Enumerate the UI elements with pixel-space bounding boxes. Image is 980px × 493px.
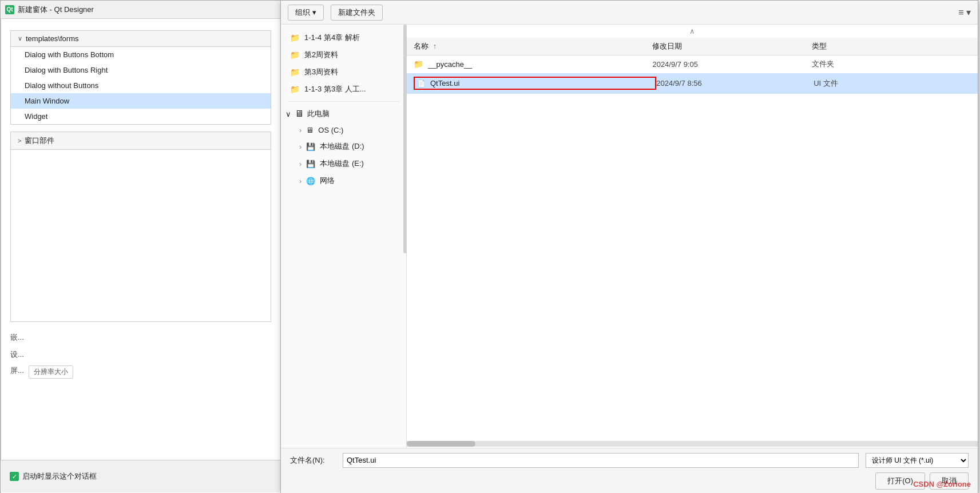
new-folder-button[interactable]: 新建文件夹 [331, 5, 383, 21]
scroll-up-hint: ∧ [407, 25, 978, 38]
show-on-startup-checkbox-group[interactable]: ✓ 启动时显示这个对话框 [10, 471, 299, 482]
drive-e-icon: 💾 [306, 160, 315, 168]
widget-header[interactable]: > 窗口部件 [11, 132, 271, 150]
network-icon: 🌐 [306, 177, 315, 185]
file-date-pycache: 2024/9/7 9:05 [652, 60, 811, 69]
file-row-pycache[interactable]: 📁 __pycache__ 2024/9/7 9:05 文件夹 [407, 55, 978, 73]
file-dialog: 组织 ▾ 新建文件夹 ≡ ▾ 📁 1-1-4 第4章 解析 📁 第2周资料 📁 … [280, 0, 978, 493]
file-dialog-body: 📁 1-1-4 第4章 解析 📁 第2周资料 📁 第3周资料 📁 1-1-3 第… [281, 25, 978, 448]
file-main-area: ∧ 名称 ↑ 修改日期 类型 📁 [407, 25, 978, 448]
new-window-panel: ∨ templates\forms Dialog with Buttons Bo… [1, 19, 281, 493]
sidebar-network[interactable]: › 🌐 网络 [281, 172, 406, 189]
drive-c-icon: 🖥 [306, 126, 314, 134]
window-title: 新建窗体 - Qt Designer [18, 5, 94, 15]
file-name-qttest: 📄 QtTest.ui [414, 77, 656, 90]
filename-label: 文件名(N): [290, 455, 336, 466]
horizontal-scrollbar[interactable] [407, 441, 978, 447]
sidebar-folder-week2[interactable]: 📁 第2周资料 [281, 46, 406, 63]
sidebar-folder-1-1-4[interactable]: 📁 1-1-4 第4章 解析 [281, 29, 406, 46]
template-header-label: templates\forms [26, 34, 78, 43]
partial-screen-row: 屏... 分辨率大小 [1, 363, 280, 381]
expand-arrow-d: › [299, 142, 301, 151]
scrollbar-track[interactable] [403, 25, 407, 253]
filetype-select[interactable]: 设计师 UI 文件 (*.ui) [866, 453, 969, 468]
file-type-pycache: 文件夹 [812, 59, 971, 69]
footer-filename-row: 文件名(N): 设计师 UI 文件 (*.ui) [290, 453, 969, 468]
widget-collapse-arrow: > [18, 137, 21, 144]
file-table-body: 📁 __pycache__ 2024/9/7 9:05 文件夹 📄 QtTest… [407, 55, 978, 440]
file-table-header: 名称 ↑ 修改日期 类型 [407, 38, 978, 55]
template-item-widget[interactable]: Widget [11, 109, 271, 124]
widget-header-label: 窗口部件 [25, 136, 54, 146]
template-item-dialog-without-buttons[interactable]: Dialog without Buttons [11, 78, 271, 93]
template-collapse-arrow: ∨ [18, 35, 22, 42]
folder-icon-pycache: 📁 [414, 59, 423, 69]
folder-icon: 📁 [290, 33, 300, 42]
this-computer-section[interactable]: ∨ 🖥 此电脑 [281, 105, 406, 122]
col-header-date[interactable]: 修改日期 [652, 41, 811, 51]
template-item-main-window[interactable]: Main Window [11, 93, 271, 109]
folder-icon: 📁 [290, 50, 300, 59]
sidebar-drive-e[interactable]: › 💾 本地磁盘 (E:) [281, 155, 406, 172]
sidebar-drive-c[interactable]: › 🖥 OS (C:) [281, 122, 406, 138]
folder-icon: 📁 [290, 67, 300, 77]
expand-arrow-c: › [299, 126, 301, 134]
scrollbar-thumb[interactable] [407, 441, 475, 447]
organize-button[interactable]: 组织 ▾ [288, 5, 324, 21]
drive-d-icon: 💾 [306, 142, 315, 151]
widget-preview-area [11, 150, 271, 321]
template-header[interactable]: ∨ templates\forms [11, 31, 271, 47]
file-row-qttest[interactable]: 📄 QtTest.ui 2024/9/7 8:56 UI 文件 [407, 73, 978, 94]
file-dialog-toolbar: 组织 ▾ 新建文件夹 ≡ ▾ [281, 1, 978, 25]
footer-buttons-row: 打开(O) 取消 [290, 472, 969, 490]
sidebar-separator [288, 101, 399, 102]
col-header-name[interactable]: 名称 ↑ [414, 41, 652, 51]
file-sidebar: 📁 1-1-4 第4章 解析 📁 第2周资料 📁 第3周资料 📁 1-1-3 第… [281, 25, 407, 448]
widget-section: > 窗口部件 [10, 132, 271, 322]
file-date-qttest: 2024/9/7 8:56 [656, 79, 814, 88]
expand-arrow-e: › [299, 160, 301, 168]
partial-input[interactable]: 分辨率大小 [29, 365, 73, 379]
template-item-dialog-buttons-bottom[interactable]: Dialog with Buttons Bottom [11, 47, 271, 62]
file-dialog-footer: 文件名(N): 设计师 UI 文件 (*.ui) 打开(O) 取消 [281, 448, 978, 493]
menu-icon[interactable]: ≡ ▾ [958, 7, 971, 18]
partial-embed-label: 嵌... [1, 329, 280, 346]
template-list: ∨ templates\forms Dialog with Buttons Bo… [10, 30, 271, 125]
sort-arrow-name: ↑ [433, 42, 437, 50]
csdn-watermark: CSDN @Zorione [913, 480, 971, 488]
col-header-type[interactable]: 类型 [812, 41, 971, 51]
show-on-startup-checkbox[interactable]: ✓ [10, 472, 19, 481]
sidebar-folder-week3[interactable]: 📁 第3周资料 [281, 63, 406, 81]
partial-set-label: 设... [1, 346, 280, 363]
expand-arrow: ∨ [285, 110, 291, 118]
app-icon: Qt [5, 5, 14, 14]
template-item-dialog-buttons-right[interactable]: Dialog with Buttons Right [11, 62, 271, 78]
sidebar-drive-d[interactable]: › 💾 本地磁盘 (D:) [281, 138, 406, 155]
show-on-startup-label: 启动时显示这个对话框 [22, 471, 97, 482]
filename-input[interactable] [343, 453, 859, 468]
sidebar-folder-1-1-3[interactable]: 📁 1-1-3 第3章 人工... [281, 81, 406, 98]
file-type-qttest: UI 文件 [814, 78, 971, 89]
file-name-pycache: 📁 __pycache__ [414, 59, 652, 69]
file-icon-qttest: 📄 [417, 79, 426, 88]
expand-arrow-net: › [299, 177, 301, 185]
folder-icon: 📁 [290, 85, 300, 94]
partial-screen-label: 屏... [10, 365, 24, 379]
computer-icon: 🖥 [295, 109, 304, 119]
